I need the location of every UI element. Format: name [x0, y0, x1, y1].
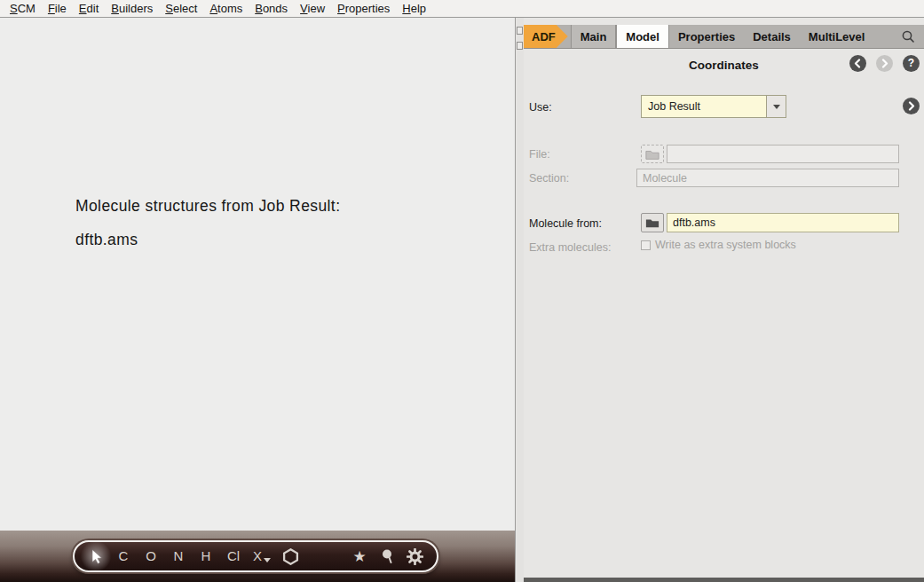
tab-adf[interactable]: ADF [524, 25, 568, 48]
folder-icon [645, 149, 659, 160]
file-browse-button [641, 145, 664, 163]
extra-molecules-label: Extra molecules: [529, 241, 611, 254]
menu-file[interactable]: File [42, 1, 73, 16]
help-button[interactable]: ? [903, 55, 920, 72]
file-label: File: [529, 148, 550, 161]
menu-help[interactable]: Help [396, 1, 432, 16]
section-label: Section: [529, 172, 569, 185]
tab-properties[interactable]: Properties [669, 25, 744, 48]
chevron-left-icon [853, 59, 863, 68]
file-path-field [667, 145, 899, 163]
element-button-h[interactable]: H [198, 543, 214, 570]
pointer-balloon-tool-button[interactable] [379, 543, 395, 570]
element-label-n: N [174, 543, 184, 570]
use-dropdown[interactable]: Job Result [641, 95, 786, 118]
input-panel: ADF Main Model Properties Details MultiL… [524, 18, 924, 582]
menu-builders[interactable]: Builders [105, 1, 159, 16]
folder-icon [645, 217, 659, 228]
element-label-x: X [253, 543, 262, 570]
splitter-handle-bottom[interactable] [517, 42, 523, 50]
element-label-h: H [201, 543, 211, 570]
molecule-from-field[interactable] [667, 213, 899, 232]
structures-tool-button[interactable]: ★ [351, 543, 367, 570]
ring-tool-button[interactable] [282, 543, 299, 570]
chevron-right-icon [906, 101, 916, 111]
menu-view[interactable]: View [294, 1, 331, 16]
panel-bottom-border [524, 578, 924, 582]
use-dropdown-value: Job Result [642, 100, 766, 113]
use-dropdown-button[interactable] [766, 96, 786, 117]
hexagon-ring-icon [282, 548, 299, 565]
tab-multilevel[interactable]: MultiLevel [800, 25, 874, 48]
element-button-x[interactable]: X [253, 543, 271, 570]
viewport-message: Molecule structures from Job Result: [75, 197, 340, 216]
tab-bar: ADF Main Model Properties Details MultiL… [524, 25, 924, 49]
element-label-o: O [146, 543, 156, 570]
extra-molecules-checkbox [641, 240, 651, 250]
menu-edit[interactable]: Edit [73, 1, 105, 16]
star-icon: ★ [352, 543, 366, 570]
menu-bonds[interactable]: Bonds [249, 1, 294, 16]
menu-scm[interactable]: SCM [4, 1, 42, 16]
menu-atoms[interactable]: Atoms [203, 1, 249, 16]
viewport-bottom-band: C O N H Cl X ★ [0, 531, 515, 582]
panel-nav-buttons: ? [849, 55, 920, 72]
molecule-from-label: Molecule from: [529, 217, 602, 230]
balloon-pin-icon [380, 548, 395, 564]
element-button-cl[interactable]: Cl [225, 543, 241, 570]
question-mark-icon: ? [908, 55, 914, 72]
menu-properties[interactable]: Properties [331, 1, 396, 16]
panel-splitter[interactable] [517, 18, 524, 582]
tab-main[interactable]: Main [571, 25, 617, 48]
chevron-right-icon [880, 59, 889, 68]
molecule-viewport[interactable]: Molecule structures from Job Result: dft… [0, 18, 516, 582]
chevron-down-icon [773, 105, 780, 109]
cursor-glow [80, 540, 112, 572]
menu-bar: SCM File Edit Builders Select Atoms Bond… [0, 0, 924, 18]
element-button-o[interactable]: O [143, 543, 159, 570]
select-cursor-tool[interactable] [88, 543, 104, 570]
molecule-from-browse-button[interactable] [641, 213, 664, 232]
section-field [636, 169, 899, 187]
settings-tool-button[interactable] [407, 543, 423, 570]
element-x-dropdown-caret-icon [264, 558, 271, 562]
menu-select[interactable]: Select [159, 1, 203, 16]
tab-details[interactable]: Details [744, 25, 800, 48]
use-detail-button[interactable] [903, 98, 920, 114]
atom-toolbar: C O N H Cl X ★ [73, 540, 438, 572]
gear-icon [407, 548, 423, 565]
splitter-handle-top[interactable] [517, 27, 523, 35]
viewport-filename: dftb.ams [75, 231, 138, 249]
element-label-c: C [119, 543, 129, 570]
tab-model[interactable]: Model [616, 25, 669, 48]
use-label: Use: [529, 101, 552, 114]
extra-molecules-checkbox-label: Write as extra system blocks [655, 239, 796, 251]
search-button[interactable] [901, 25, 924, 48]
element-button-c[interactable]: C [115, 543, 131, 570]
back-button[interactable] [849, 55, 866, 72]
element-button-n[interactable]: N [170, 543, 186, 570]
element-label-cl: Cl [227, 543, 240, 570]
search-icon [901, 29, 916, 44]
forward-button [876, 55, 893, 72]
